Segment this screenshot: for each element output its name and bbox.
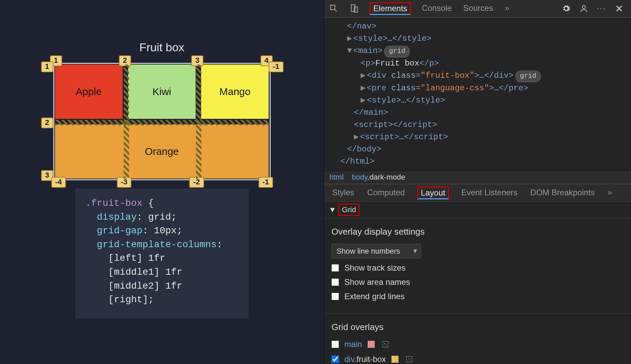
close-icon[interactable]: [614, 3, 624, 14]
grid-line-left-1: 1: [41, 61, 53, 72]
cell-mango: Mango: [201, 65, 269, 119]
styles-subtab-bar: Styles Computed Layout Event Listeners D…: [324, 184, 631, 202]
subtab-layout[interactable]: Layout: [417, 186, 449, 199]
svg-rect-0: [330, 5, 335, 10]
chk-show-track-sizes[interactable]: [331, 264, 339, 272]
grid-line-bottom-neg4: -4: [51, 177, 66, 188]
overlay-label-main[interactable]: main: [344, 340, 362, 349]
account-icon[interactable]: [579, 3, 589, 14]
svg-point-3: [582, 5, 585, 8]
crumb-body[interactable]: body.dark-mode: [352, 173, 405, 181]
svg-rect-5: [407, 357, 412, 362]
layout-grid-label: Grid: [338, 204, 360, 216]
inspect-element-icon[interactable]: [329, 3, 339, 14]
cell-kiwi: Kiwi: [128, 65, 196, 119]
chk-show-area-names[interactable]: [331, 278, 339, 286]
tab-elements[interactable]: Elements: [369, 2, 411, 15]
subtab-computed[interactable]: Computed: [366, 184, 405, 201]
subtab-listeners[interactable]: Event Listeners: [461, 184, 518, 201]
reveal-in-elements-icon[interactable]: [404, 354, 414, 364]
devtools-panel: Elements Console Sources » ··· </nav> ▶<…: [324, 0, 631, 364]
css-code-block: .fruit-box { display: grid; grid-gap: 10…: [75, 188, 249, 318]
overlay-settings-title: Overlay display settings: [331, 226, 624, 237]
grid-line-right-neg1: -1: [269, 61, 284, 72]
subtab-more[interactable]: »: [607, 184, 613, 201]
cell-apple: Apple: [55, 65, 123, 119]
dom-tree[interactable]: </nav> ▶<style>…</style> ▼<main>grid <p>…: [324, 18, 631, 171]
tab-sources[interactable]: Sources: [463, 0, 494, 17]
overlay-swatch-fruitbox[interactable]: [391, 356, 399, 363]
kebab-icon[interactable]: ···: [596, 3, 607, 14]
grid-badge-main[interactable]: grid: [384, 46, 410, 57]
svg-rect-4: [383, 342, 389, 347]
line-numbers-select[interactable]: Show line numbers: [331, 244, 421, 258]
devtools-tabbar: Elements Console Sources » ···: [324, 0, 631, 18]
page-preview: Fruit box 1 2 3 4 1 2 3 -1 -4 -3 -2 -1 A…: [0, 0, 324, 364]
grid-overlays-panel: Grid overlays main div.fruit-box: [324, 314, 631, 364]
cell-orange: Orange: [55, 124, 269, 179]
lbl-extend-grid-lines: Extend grid lines: [344, 292, 404, 301]
chk-extend-grid-lines[interactable]: [331, 293, 339, 300]
reveal-in-elements-icon[interactable]: [380, 339, 391, 349]
tab-more[interactable]: »: [504, 0, 510, 17]
subtab-dombp[interactable]: DOM Breakpoints: [530, 184, 595, 201]
disclosure-triangle-icon: ▼: [329, 205, 336, 214]
tab-console[interactable]: Console: [421, 0, 452, 17]
grid-line-left-2: 2: [41, 117, 53, 128]
overlay-display-settings: Overlay display settings Show line numbe…: [324, 218, 631, 313]
grid-overlays-title: Grid overlays: [331, 322, 624, 332]
subtab-styles[interactable]: Styles: [331, 184, 355, 201]
page-title: Fruit box: [34, 41, 290, 54]
dom-breadcrumb[interactable]: html body.dark-mode: [324, 171, 631, 184]
overlay-label-fruitbox[interactable]: div.fruit-box: [344, 354, 386, 364]
overlay-row-main: main: [331, 339, 624, 349]
crumb-html[interactable]: html: [329, 173, 344, 181]
grid-badge-fruitbox[interactable]: grid: [516, 71, 541, 82]
gear-icon[interactable]: [561, 3, 571, 14]
grid-line-bottom-neg1: -1: [258, 177, 273, 188]
chk-overlay-main[interactable]: [331, 341, 339, 348]
toggle-device-icon[interactable]: [349, 3, 359, 14]
overlay-swatch-main[interactable]: [367, 341, 375, 348]
grid-gap-hatch: [55, 120, 269, 125]
lbl-show-track-sizes: Show track sizes: [344, 263, 405, 273]
chk-overlay-fruitbox[interactable]: [331, 356, 339, 363]
fruit-box-overlay-wrap: 1 2 3 4 1 2 3 -1 -4 -3 -2 -1 Apple Kiwi …: [53, 63, 271, 180]
layout-grid-section-header[interactable]: ▼ Grid: [324, 202, 631, 218]
overlay-row-fruitbox: div.fruit-box: [331, 354, 624, 364]
lbl-show-area-names: Show area names: [344, 277, 410, 287]
